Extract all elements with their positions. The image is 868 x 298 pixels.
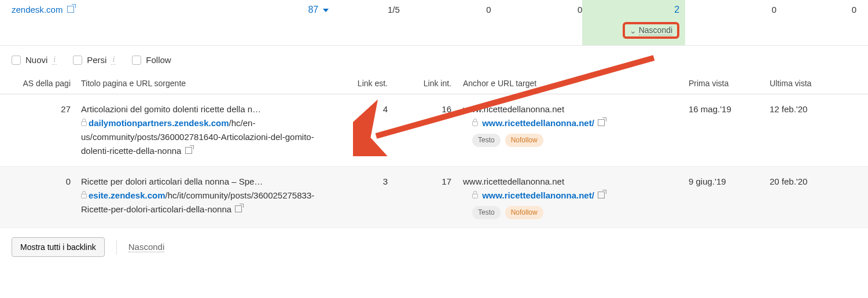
show-all-backlinks-button[interactable]: Mostra tutti i backlink [12,237,105,257]
highlighted-metric-col: 2 ⌄ Nascondi [582,0,685,45]
external-link-icon[interactable] [184,146,192,156]
table-row: 0 Ricette per dolori articolari della no… [0,167,868,228]
nascondi-toggle[interactable]: ⌄ Nascondi [623,22,679,39]
metric-col-1: 1/5 [331,5,399,14]
col-header-prima: Prima vista [689,79,770,88]
target-url[interactable]: www.ricettedellanonna.net/ [482,118,594,128]
checkbox-icon [132,56,141,65]
highlighted-value[interactable]: 2 [582,5,679,15]
tag-testo: Testo [472,134,501,147]
chevron-down-icon[interactable] [323,9,329,12]
metric-col-2: 0 [400,5,491,14]
external-link-icon[interactable] [597,190,605,200]
filter-nuovi[interactable]: Nuovi i [12,55,57,65]
table-header: AS della pagi Titolo pagina e URL sorgen… [0,74,868,94]
tag-nofollow: Nofollow [505,134,543,147]
filters-bar: Nuovi i Persi i Follow [0,46,868,74]
as-score[interactable]: 87 [308,5,318,14]
nascondi-label: Nascondi [639,25,672,35]
filter-label: Persi [87,55,106,65]
chevron-down-icon: ⌄ [630,26,637,35]
external-link-icon[interactable] [234,204,242,214]
external-link-icon[interactable] [597,118,605,128]
filter-label: Follow [146,55,171,65]
checkbox-icon [73,56,82,65]
cell-title: Ricette per dolori articolari della nonn… [75,175,330,219]
checkbox-icon [12,56,21,65]
table-footer: Mostra tutti i backlink Nascondi [0,228,868,266]
cell-anchor: www.ricettedellanonna.net www.ricettedel… [451,102,689,158]
cell-as: 0 [12,175,75,219]
cell-as: 27 [12,102,75,158]
anchor-text: www.ricettedellanonna.net [463,175,689,189]
target-url[interactable]: www.ricettedellanonna.net/ [482,190,594,200]
filter-label: Nuovi [25,55,47,65]
col-header-anchor: Anchor e URL target [451,79,689,88]
table-row: 27 Articolazioni del gomito dolenti rice… [0,94,868,167]
col-header-title: Titolo pagina e URL sorgente [75,79,330,88]
lock-icon [81,122,87,126]
source-url[interactable]: esite.zendesk.com/hc/it/community/posts/… [81,189,330,216]
page-title-text: Articolazioni del gomito dolenti ricette… [81,102,330,116]
cell-anchor: www.ricettedellanonna.net www.ricettedel… [451,175,689,219]
cell-prima-vista: 9 giug.'19 [689,175,770,219]
info-icon[interactable]: i [52,55,57,65]
filter-follow[interactable]: Follow [132,55,171,65]
page-title-text: Ricette per dolori articolari della nonn… [81,175,330,189]
info-icon[interactable]: i [111,55,116,65]
cell-link-est: 3 [330,175,388,219]
cell-title: Articolazioni del gomito dolenti ricette… [75,102,330,158]
col-header-ultima: Ultima vista [770,79,851,88]
domain-summary-row: zendesk.com 87 1/5 0 0 2 ⌄ Nascondi 0 0 [0,0,868,46]
divider [116,240,117,255]
cell-link-int: 16 [388,102,451,158]
lock-icon [81,194,87,198]
metric-col-5: 0 [685,5,777,14]
col-header-lest: Link est. [330,79,388,88]
anchor-text: www.ricettedellanonna.net [463,102,689,116]
col-header-lint: Link int. [388,79,451,88]
filter-persi[interactable]: Persi i [73,55,116,65]
cell-link-int: 17 [388,175,451,219]
cell-ultima-vista: 12 feb.'20 [770,102,851,158]
external-link-icon[interactable] [66,5,74,14]
cell-ultima-vista: 20 feb.'20 [770,175,851,219]
tag-nofollow: Nofollow [505,206,543,219]
col-header-as: AS della pagi [12,79,75,88]
lock-icon [472,194,478,198]
source-url[interactable]: dailymotionpartners.zendesk.com/hc/en-us… [81,116,330,158]
cell-prima-vista: 16 mag.'19 [689,102,770,158]
tag-testo: Testo [472,206,501,219]
cell-link-est: 4 [330,102,388,158]
metric-col-6: 0 [777,5,856,14]
metric-col-3: 0 [491,5,583,14]
hide-link[interactable]: Nascondi [128,242,165,252]
domain-link[interactable]: zendesk.com [12,5,62,14]
lock-icon [472,122,478,126]
